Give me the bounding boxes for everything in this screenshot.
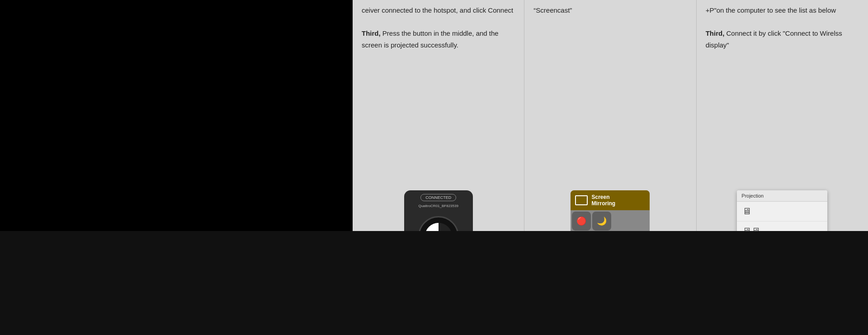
device-name: QuattroCR01_BF823539	[418, 204, 458, 208]
col3-text: +P"on the computer to see the list as be…	[706, 0, 859, 56]
monitor-single-icon: 🖥	[742, 206, 751, 217]
win-header: Projection	[737, 190, 827, 202]
connected-badge: CONNECTED	[420, 194, 456, 201]
ios-top-bar: ScreenMirroring	[571, 190, 650, 210]
win-projection-title: Projection	[741, 193, 764, 198]
screen-mirror-icon	[575, 195, 588, 205]
col1-text-1: ceiver connected to the hotspot, and cli…	[362, 6, 513, 14]
col3-third-label: Third,	[706, 29, 725, 37]
ios-top-title: ScreenMirroring	[591, 194, 615, 207]
col2-text: “Screencast”	[533, 0, 687, 22]
col2-screencast-label: “Screencast”	[533, 6, 572, 14]
ios-row1: 🔴 🌙	[571, 210, 650, 231]
col1-text-2: Press the button in the middle, and the …	[362, 29, 499, 49]
connected-label: CONNECTED	[425, 195, 451, 200]
phone-status-bar: CONNECTED	[404, 190, 473, 203]
ios-btn-moon[interactable]: 🌙	[592, 212, 611, 231]
win-proj-item-1[interactable]: 🖥	[737, 202, 827, 222]
col3-text-2: Connect it by click "Connect to Wirelss …	[706, 29, 842, 49]
col1-third-label: Third,	[362, 29, 381, 37]
bottom-black-strip	[0, 231, 868, 335]
col3-text-1: +P"on the computer to see the list as be…	[706, 6, 836, 14]
col1-text: ceiver connected to the hotspot, and cli…	[362, 0, 515, 56]
ios-btn-alarm[interactable]: 🔴	[572, 212, 591, 231]
